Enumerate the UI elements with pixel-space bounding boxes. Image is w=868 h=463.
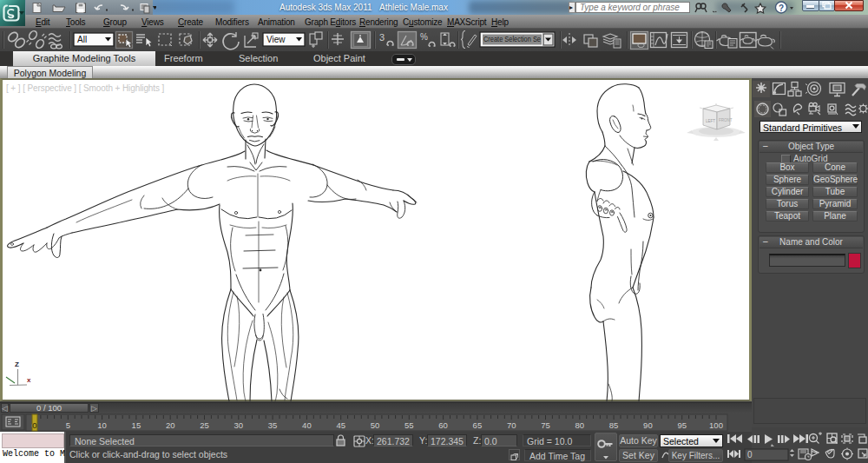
svg-text:FRONT: FRONT <box>719 118 733 122</box>
svg-text:70: 70 <box>507 420 516 430</box>
svg-text:95: 95 <box>677 420 687 430</box>
svg-text:45: 45 <box>336 420 345 430</box>
svg-text:10: 10 <box>97 420 107 430</box>
svg-text:80: 80 <box>575 420 585 430</box>
svg-text:55: 55 <box>404 420 414 430</box>
svg-text:5: 5 <box>66 420 70 430</box>
svg-text:75: 75 <box>541 420 550 430</box>
svg-text:100: 100 <box>709 420 723 430</box>
svg-text:25: 25 <box>200 420 209 430</box>
svg-text:Create Selection Se: Create Selection Se <box>483 35 541 43</box>
svg-text:x: x <box>27 376 31 384</box>
svg-text:65: 65 <box>473 420 483 430</box>
svg-text:0: 0 <box>747 450 753 460</box>
svg-text:?: ? <box>779 3 784 13</box>
svg-text:0: 0 <box>32 420 36 430</box>
svg-text:20: 20 <box>166 420 175 430</box>
svg-text:60: 60 <box>438 420 448 430</box>
svg-text:15: 15 <box>132 420 141 430</box>
svg-text:All: All <box>77 35 87 44</box>
svg-text:35: 35 <box>268 420 278 430</box>
svg-text:%: % <box>420 32 428 42</box>
svg-text:85: 85 <box>609 420 619 430</box>
svg-text:Z: Z <box>15 360 19 368</box>
svg-text:90: 90 <box>643 420 653 430</box>
svg-text:40: 40 <box>302 420 312 430</box>
svg-text:View: View <box>266 35 286 44</box>
svg-text:LEFT: LEFT <box>706 119 715 123</box>
svg-text:50: 50 <box>371 420 380 430</box>
svg-text:3: 3 <box>379 32 385 43</box>
svg-text:30: 30 <box>234 420 244 430</box>
